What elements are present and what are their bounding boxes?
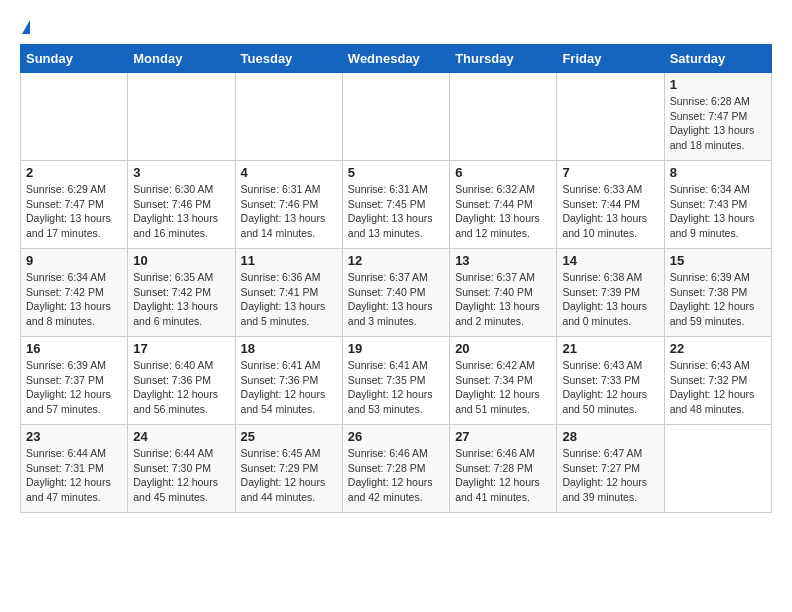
day-number: 4	[241, 165, 337, 180]
calendar-cell: 18Sunrise: 6:41 AM Sunset: 7:36 PM Dayli…	[235, 337, 342, 425]
calendar-cell: 28Sunrise: 6:47 AM Sunset: 7:27 PM Dayli…	[557, 425, 664, 513]
calendar-cell: 26Sunrise: 6:46 AM Sunset: 7:28 PM Dayli…	[342, 425, 449, 513]
calendar-cell: 10Sunrise: 6:35 AM Sunset: 7:42 PM Dayli…	[128, 249, 235, 337]
calendar-table: SundayMondayTuesdayWednesdayThursdayFrid…	[20, 44, 772, 513]
calendar-cell: 9Sunrise: 6:34 AM Sunset: 7:42 PM Daylig…	[21, 249, 128, 337]
calendar-cell: 16Sunrise: 6:39 AM Sunset: 7:37 PM Dayli…	[21, 337, 128, 425]
day-number: 22	[670, 341, 766, 356]
day-number: 10	[133, 253, 229, 268]
calendar-cell: 5Sunrise: 6:31 AM Sunset: 7:45 PM Daylig…	[342, 161, 449, 249]
logo	[20, 20, 30, 34]
day-info: Sunrise: 6:41 AM Sunset: 7:35 PM Dayligh…	[348, 358, 444, 417]
day-number: 21	[562, 341, 658, 356]
day-number: 11	[241, 253, 337, 268]
day-number: 16	[26, 341, 122, 356]
day-number: 3	[133, 165, 229, 180]
calendar-header-row: SundayMondayTuesdayWednesdayThursdayFrid…	[21, 45, 772, 73]
day-number: 26	[348, 429, 444, 444]
calendar-cell	[342, 73, 449, 161]
day-info: Sunrise: 6:29 AM Sunset: 7:47 PM Dayligh…	[26, 182, 122, 241]
calendar-cell: 13Sunrise: 6:37 AM Sunset: 7:40 PM Dayli…	[450, 249, 557, 337]
day-number: 8	[670, 165, 766, 180]
day-info: Sunrise: 6:43 AM Sunset: 7:32 PM Dayligh…	[670, 358, 766, 417]
day-info: Sunrise: 6:31 AM Sunset: 7:45 PM Dayligh…	[348, 182, 444, 241]
calendar-cell: 17Sunrise: 6:40 AM Sunset: 7:36 PM Dayli…	[128, 337, 235, 425]
calendar-cell: 19Sunrise: 6:41 AM Sunset: 7:35 PM Dayli…	[342, 337, 449, 425]
day-info: Sunrise: 6:28 AM Sunset: 7:47 PM Dayligh…	[670, 94, 766, 153]
day-info: Sunrise: 6:46 AM Sunset: 7:28 PM Dayligh…	[348, 446, 444, 505]
day-info: Sunrise: 6:30 AM Sunset: 7:46 PM Dayligh…	[133, 182, 229, 241]
day-number: 14	[562, 253, 658, 268]
day-number: 28	[562, 429, 658, 444]
day-number: 5	[348, 165, 444, 180]
calendar-cell: 4Sunrise: 6:31 AM Sunset: 7:46 PM Daylig…	[235, 161, 342, 249]
calendar-cell: 23Sunrise: 6:44 AM Sunset: 7:31 PM Dayli…	[21, 425, 128, 513]
calendar-cell: 22Sunrise: 6:43 AM Sunset: 7:32 PM Dayli…	[664, 337, 771, 425]
column-header-saturday: Saturday	[664, 45, 771, 73]
calendar-cell: 14Sunrise: 6:38 AM Sunset: 7:39 PM Dayli…	[557, 249, 664, 337]
day-number: 13	[455, 253, 551, 268]
column-header-sunday: Sunday	[21, 45, 128, 73]
calendar-week-2: 2Sunrise: 6:29 AM Sunset: 7:47 PM Daylig…	[21, 161, 772, 249]
day-info: Sunrise: 6:47 AM Sunset: 7:27 PM Dayligh…	[562, 446, 658, 505]
column-header-tuesday: Tuesday	[235, 45, 342, 73]
calendar-cell: 2Sunrise: 6:29 AM Sunset: 7:47 PM Daylig…	[21, 161, 128, 249]
day-info: Sunrise: 6:46 AM Sunset: 7:28 PM Dayligh…	[455, 446, 551, 505]
calendar-cell	[235, 73, 342, 161]
calendar-cell	[450, 73, 557, 161]
day-number: 9	[26, 253, 122, 268]
day-info: Sunrise: 6:32 AM Sunset: 7:44 PM Dayligh…	[455, 182, 551, 241]
day-number: 17	[133, 341, 229, 356]
day-info: Sunrise: 6:37 AM Sunset: 7:40 PM Dayligh…	[455, 270, 551, 329]
day-number: 18	[241, 341, 337, 356]
calendar-cell: 7Sunrise: 6:33 AM Sunset: 7:44 PM Daylig…	[557, 161, 664, 249]
day-info: Sunrise: 6:45 AM Sunset: 7:29 PM Dayligh…	[241, 446, 337, 505]
day-number: 23	[26, 429, 122, 444]
calendar-week-4: 16Sunrise: 6:39 AM Sunset: 7:37 PM Dayli…	[21, 337, 772, 425]
day-info: Sunrise: 6:36 AM Sunset: 7:41 PM Dayligh…	[241, 270, 337, 329]
column-header-thursday: Thursday	[450, 45, 557, 73]
calendar-week-5: 23Sunrise: 6:44 AM Sunset: 7:31 PM Dayli…	[21, 425, 772, 513]
calendar-cell: 24Sunrise: 6:44 AM Sunset: 7:30 PM Dayli…	[128, 425, 235, 513]
day-info: Sunrise: 6:41 AM Sunset: 7:36 PM Dayligh…	[241, 358, 337, 417]
column-header-friday: Friday	[557, 45, 664, 73]
calendar-week-1: 1Sunrise: 6:28 AM Sunset: 7:47 PM Daylig…	[21, 73, 772, 161]
calendar-cell	[664, 425, 771, 513]
day-info: Sunrise: 6:38 AM Sunset: 7:39 PM Dayligh…	[562, 270, 658, 329]
calendar-cell: 12Sunrise: 6:37 AM Sunset: 7:40 PM Dayli…	[342, 249, 449, 337]
day-info: Sunrise: 6:35 AM Sunset: 7:42 PM Dayligh…	[133, 270, 229, 329]
column-header-wednesday: Wednesday	[342, 45, 449, 73]
day-number: 7	[562, 165, 658, 180]
calendar-week-3: 9Sunrise: 6:34 AM Sunset: 7:42 PM Daylig…	[21, 249, 772, 337]
day-number: 19	[348, 341, 444, 356]
calendar-cell: 8Sunrise: 6:34 AM Sunset: 7:43 PM Daylig…	[664, 161, 771, 249]
column-header-monday: Monday	[128, 45, 235, 73]
day-info: Sunrise: 6:37 AM Sunset: 7:40 PM Dayligh…	[348, 270, 444, 329]
day-info: Sunrise: 6:39 AM Sunset: 7:37 PM Dayligh…	[26, 358, 122, 417]
calendar-cell: 21Sunrise: 6:43 AM Sunset: 7:33 PM Dayli…	[557, 337, 664, 425]
day-info: Sunrise: 6:39 AM Sunset: 7:38 PM Dayligh…	[670, 270, 766, 329]
header	[20, 20, 772, 34]
day-info: Sunrise: 6:42 AM Sunset: 7:34 PM Dayligh…	[455, 358, 551, 417]
calendar-cell	[557, 73, 664, 161]
day-number: 1	[670, 77, 766, 92]
calendar-cell: 15Sunrise: 6:39 AM Sunset: 7:38 PM Dayli…	[664, 249, 771, 337]
day-number: 25	[241, 429, 337, 444]
day-info: Sunrise: 6:44 AM Sunset: 7:31 PM Dayligh…	[26, 446, 122, 505]
day-info: Sunrise: 6:40 AM Sunset: 7:36 PM Dayligh…	[133, 358, 229, 417]
day-number: 6	[455, 165, 551, 180]
calendar-cell	[21, 73, 128, 161]
day-number: 20	[455, 341, 551, 356]
logo-triangle-icon	[22, 20, 30, 34]
calendar-cell: 1Sunrise: 6:28 AM Sunset: 7:47 PM Daylig…	[664, 73, 771, 161]
calendar-cell: 3Sunrise: 6:30 AM Sunset: 7:46 PM Daylig…	[128, 161, 235, 249]
calendar-cell: 20Sunrise: 6:42 AM Sunset: 7:34 PM Dayli…	[450, 337, 557, 425]
calendar-cell: 25Sunrise: 6:45 AM Sunset: 7:29 PM Dayli…	[235, 425, 342, 513]
day-number: 12	[348, 253, 444, 268]
day-info: Sunrise: 6:43 AM Sunset: 7:33 PM Dayligh…	[562, 358, 658, 417]
day-info: Sunrise: 6:33 AM Sunset: 7:44 PM Dayligh…	[562, 182, 658, 241]
day-number: 2	[26, 165, 122, 180]
calendar-cell	[128, 73, 235, 161]
calendar-cell: 6Sunrise: 6:32 AM Sunset: 7:44 PM Daylig…	[450, 161, 557, 249]
day-number: 24	[133, 429, 229, 444]
